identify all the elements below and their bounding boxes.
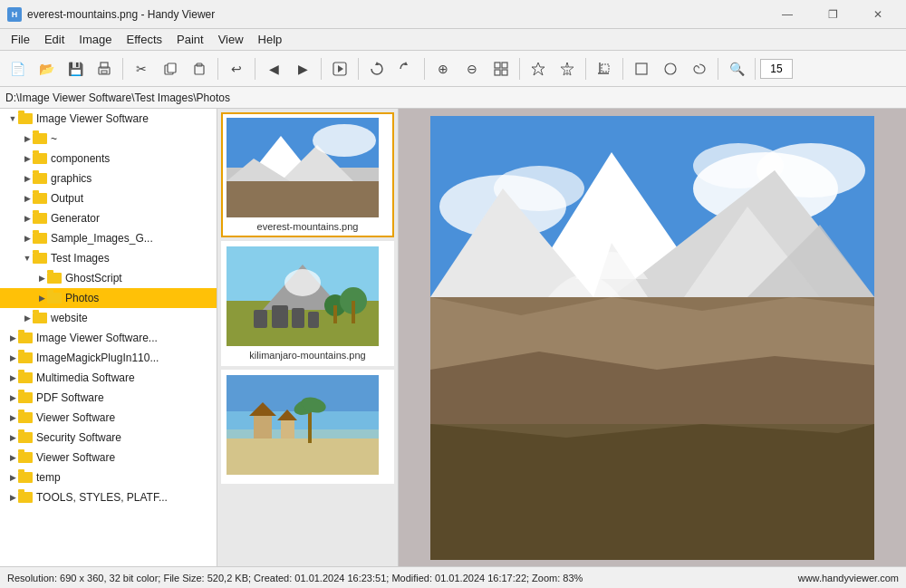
menu-item-image[interactable]: Image — [72, 31, 119, 48]
tree-label: Viewer Software — [36, 411, 115, 424]
filetree[interactable]: ▼Image Viewer Software▶~▶components▶grap… — [0, 109, 217, 566]
tree-item-website[interactable]: ▶website — [0, 308, 217, 328]
maximize-button[interactable]: ❐ — [812, 0, 853, 29]
tree-item-tilde[interactable]: ▶~ — [0, 129, 217, 149]
tree-item-sample-images[interactable]: ▶Sample_Images_G... — [0, 228, 217, 248]
close-button[interactable]: ✕ — [857, 0, 899, 29]
thumb-item-beach[interactable] — [221, 370, 394, 484]
tree-label: GhostScript — [65, 272, 122, 284]
svg-rect-14 — [502, 70, 507, 75]
tree-label: website — [51, 312, 88, 324]
toolbar-save[interactable]: 💾 — [62, 55, 89, 82]
tree-arrow: ▶ — [22, 194, 33, 203]
toolbar-magnifier[interactable]: 🔍 — [723, 55, 750, 82]
svg-rect-11 — [495, 63, 500, 68]
toolbar-paste[interactable] — [186, 55, 213, 82]
toolbar-rotate-cw[interactable] — [363, 55, 390, 82]
toolbar-rect-select[interactable] — [628, 55, 655, 82]
tree-item-graphics[interactable]: ▶graphics — [0, 169, 217, 188]
toolbar-rotate-ccw[interactable] — [392, 55, 419, 82]
svg-rect-12 — [502, 63, 507, 68]
menu-item-effects[interactable]: Effects — [120, 31, 170, 48]
tree-item-pdf-software[interactable]: ▶PDF Software — [0, 388, 217, 408]
toolbar-slideshow[interactable] — [326, 55, 353, 82]
thumbnail-panel[interactable]: everest-mountains.png kilimanjaro-mounta… — [217, 109, 399, 566]
thumb-item-kilimanjaro[interactable]: kilimanjaro-mountains.png — [221, 241, 394, 366]
toolbar-forward[interactable]: ▶ — [289, 55, 316, 82]
menu-item-view[interactable]: View — [211, 31, 251, 48]
toolbar-enhance[interactable] — [525, 55, 552, 82]
tree-label: Viewer Software — [36, 451, 115, 464]
svg-marker-16 — [561, 63, 573, 75]
toolbar-new[interactable]: 📄 — [4, 55, 31, 82]
toolbar-sep-1 — [122, 58, 123, 80]
tree-item-temp[interactable]: ▶temp — [0, 468, 217, 487]
toolbar-copy[interactable] — [157, 55, 184, 82]
image-view — [399, 109, 906, 566]
tree-arrow: ▶ — [7, 373, 18, 382]
toolbar-open[interactable]: 📂 — [33, 55, 60, 82]
svg-rect-20 — [602, 64, 609, 72]
status-info: Resolution: 690 x 360, 32 bit color; Fil… — [7, 573, 583, 583]
folder-icon — [33, 213, 47, 224]
toolbar-lasso[interactable] — [686, 55, 713, 82]
tree-item-multimedia[interactable]: ▶Multimedia Software — [0, 368, 217, 388]
tree-item-viewer-software[interactable]: ▶Viewer Software — [0, 408, 217, 428]
tree-item-components[interactable]: ▶components — [0, 149, 217, 169]
thumb-item-everest[interactable]: everest-mountains.png — [221, 112, 394, 237]
tree-item-imagemagick[interactable]: ▶ImageMagickPlugIn110... — [0, 348, 217, 368]
tree-arrow: ▼ — [22, 254, 33, 263]
tree-label: ~ — [51, 132, 57, 145]
toolbar-zoom-out[interactable]: ⊖ — [458, 55, 486, 82]
tree-item-photos[interactable]: ▶Photos — [0, 288, 217, 308]
thumb-label-kilimanjaro: kilimanjaro-mountains.png — [226, 350, 389, 361]
svg-rect-2 — [101, 71, 107, 73]
tree-arrow: ▶ — [7, 393, 18, 402]
toolbar-sep-6 — [424, 58, 425, 80]
folder-icon — [47, 273, 62, 284]
svg-point-22 — [665, 63, 676, 74]
toolbar-enhance2[interactable] — [554, 55, 581, 82]
toolbar-crop[interactable] — [591, 55, 618, 82]
menu-item-edit[interactable]: Edit — [37, 31, 72, 48]
tree-item-image-viewer-2[interactable]: ▶Image Viewer Software... — [0, 328, 217, 348]
pathbar: D:\Image Viewer Software\Test Images\Pho… — [0, 87, 906, 109]
tree-item-output[interactable]: ▶Output — [0, 188, 217, 208]
tree-item-test-images[interactable]: ▼Test Images — [0, 248, 217, 268]
tree-item-security-software[interactable]: ▶Security Software — [0, 428, 217, 448]
main-content: ▼Image Viewer Software▶~▶components▶grap… — [0, 109, 906, 566]
thumb-image-everest — [226, 118, 379, 217]
svg-marker-15 — [532, 63, 545, 75]
menu-item-paint[interactable]: Paint — [169, 31, 211, 48]
tree-label: graphics — [51, 172, 92, 185]
tree-arrow: ▶ — [22, 134, 33, 143]
svg-rect-21 — [636, 63, 647, 74]
tree-item-image-viewer-root[interactable]: ▼Image Viewer Software — [0, 109, 217, 129]
toolbar-ellipse-select[interactable] — [657, 55, 684, 82]
svg-rect-41 — [352, 301, 355, 323]
toolbar-zoom-in[interactable]: ⊕ — [429, 55, 457, 82]
folder-icon — [18, 492, 33, 503]
toolbar-undo[interactable]: ↩ — [223, 55, 250, 82]
toolbar-cut[interactable]: ✂ — [128, 55, 155, 82]
tree-item-ghostscript[interactable]: ▶GhostScript — [0, 268, 217, 288]
folder-icon — [33, 193, 47, 204]
thumb-image-kilimanjaro — [226, 246, 379, 346]
toolbar-zoom-fit[interactable] — [487, 55, 515, 82]
main-image-container — [399, 109, 906, 566]
tree-item-tools-styles[interactable]: ▶TOOLS, STYLES, PLATF... — [0, 487, 217, 507]
tree-item-viewer-software-2[interactable]: ▶Viewer Software — [0, 448, 217, 468]
menu-item-help[interactable]: Help — [251, 31, 290, 48]
menu-item-file[interactable]: File — [4, 31, 37, 48]
svg-rect-44 — [226, 411, 379, 439]
tree-arrow: ▶ — [36, 294, 47, 303]
toolbar-print[interactable] — [91, 55, 118, 82]
toolbar-back[interactable]: ◀ — [260, 55, 287, 82]
tree-arrow: ▶ — [22, 234, 33, 243]
tree-label: Photos — [65, 292, 99, 304]
minimize-button[interactable]: — — [766, 0, 808, 29]
tree-item-generator[interactable]: ▶Generator — [0, 208, 217, 228]
svg-rect-37 — [308, 312, 319, 328]
toolbar: 📄 📂 💾 ✂ ↩ ◀ ▶ ⊕ ⊖ — [0, 51, 906, 87]
tree-label: Multimedia Software — [36, 371, 135, 384]
